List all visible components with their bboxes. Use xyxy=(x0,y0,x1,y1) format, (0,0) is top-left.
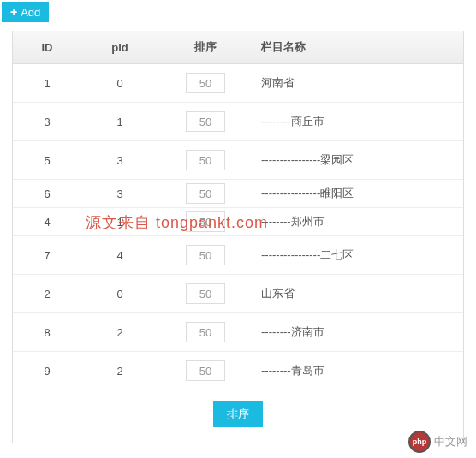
cell-name: ----------------睢阳区 xyxy=(253,180,463,208)
sort-input[interactable] xyxy=(186,360,225,381)
cell-sort xyxy=(158,180,253,208)
data-table: ID pid 排序 栏目名称 1 0 河南省 3 1 --------商丘市 5… xyxy=(13,31,463,443)
table-row: 6 3 ----------------睢阳区 xyxy=(13,180,463,208)
cell-id: 1 xyxy=(13,64,81,103)
cell-pid: 3 xyxy=(81,180,158,208)
logo-text: 中文网 xyxy=(434,434,467,449)
add-button-label: Add xyxy=(21,6,40,19)
table-panel: ID pid 排序 栏目名称 1 0 河南省 3 1 --------商丘市 5… xyxy=(12,31,464,443)
cell-pid: 3 xyxy=(81,141,158,180)
cell-name: ----------------二七区 xyxy=(253,236,463,275)
table-row: 8 2 --------济南市 xyxy=(13,313,463,352)
cell-name: --------青岛市 xyxy=(253,352,463,390)
cell-id: 8 xyxy=(13,313,81,352)
cell-pid: 4 xyxy=(81,236,158,275)
col-pid: pid xyxy=(81,31,158,64)
table-row: 4 1 --------郑州市 xyxy=(13,208,463,236)
cell-id: 9 xyxy=(13,352,81,390)
sort-input[interactable] xyxy=(186,245,225,265)
sort-input[interactable] xyxy=(186,150,225,170)
cell-id: 5 xyxy=(13,141,81,180)
col-id: ID xyxy=(13,31,81,64)
sort-input[interactable] xyxy=(186,73,225,93)
sort-input[interactable] xyxy=(186,211,225,232)
cell-name: ----------------梁园区 xyxy=(253,141,463,180)
site-logo: php 中文网 xyxy=(408,431,467,453)
sort-input[interactable] xyxy=(186,183,225,204)
footer-row: 排序 xyxy=(13,390,463,443)
table-row: 7 4 ----------------二七区 xyxy=(13,236,463,275)
php-logo-icon: php xyxy=(408,431,431,453)
table-header-row: ID pid 排序 栏目名称 xyxy=(13,31,463,64)
cell-sort xyxy=(158,141,253,180)
cell-sort xyxy=(158,64,253,103)
cell-sort xyxy=(158,275,253,313)
add-button[interactable]: + Add xyxy=(2,2,49,22)
cell-id: 6 xyxy=(13,180,81,208)
cell-sort xyxy=(158,313,253,352)
sort-input[interactable] xyxy=(186,111,225,132)
table-row: 9 2 --------青岛市 xyxy=(13,352,463,390)
cell-sort xyxy=(158,236,253,275)
cell-id: 3 xyxy=(13,103,81,141)
sort-input[interactable] xyxy=(186,283,225,304)
cell-name: --------商丘市 xyxy=(253,103,463,141)
table-row: 5 3 ----------------梁园区 xyxy=(13,141,463,180)
cell-sort xyxy=(158,352,253,390)
cell-pid: 0 xyxy=(81,275,158,313)
plus-icon: + xyxy=(10,5,17,19)
table-row: 2 0 山东省 xyxy=(13,275,463,313)
cell-pid: 2 xyxy=(81,313,158,352)
cell-id: 2 xyxy=(13,275,81,313)
sort-input[interactable] xyxy=(186,322,225,342)
col-sort: 排序 xyxy=(158,31,253,64)
cell-pid: 2 xyxy=(81,352,158,390)
cell-name: --------郑州市 xyxy=(253,208,463,236)
cell-pid: 1 xyxy=(81,103,158,141)
cell-name: 山东省 xyxy=(253,275,463,313)
cell-id: 7 xyxy=(13,236,81,275)
cell-name: --------济南市 xyxy=(253,313,463,352)
cell-pid: 0 xyxy=(81,64,158,103)
cell-name: 河南省 xyxy=(253,64,463,103)
table-row: 1 0 河南省 xyxy=(13,64,463,103)
sort-button[interactable]: 排序 xyxy=(213,401,263,427)
cell-sort xyxy=(158,208,253,236)
cell-sort xyxy=(158,103,253,141)
table-row: 3 1 --------商丘市 xyxy=(13,103,463,141)
cell-pid: 1 xyxy=(81,208,158,236)
col-name: 栏目名称 xyxy=(253,31,463,64)
cell-id: 4 xyxy=(13,208,81,236)
